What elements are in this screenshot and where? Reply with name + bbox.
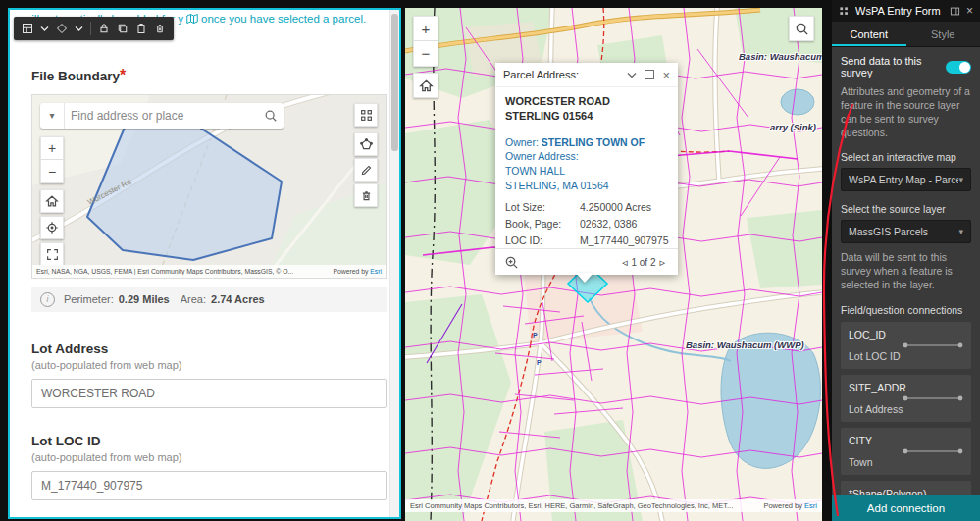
esri-link[interactable]: Esri: [804, 501, 817, 510]
widget-select-icon[interactable]: [22, 23, 33, 34]
trash-icon: [360, 189, 373, 202]
connector-icon: [902, 393, 964, 403]
chevron-down-icon[interactable]: [75, 25, 83, 32]
pagination-next-icon[interactable]: ▹: [655, 256, 669, 269]
file-boundary-question: File Boundary*: [31, 67, 387, 84]
owner-address-line2: STERLING, MA 01564: [505, 179, 668, 193]
collapse-chevron-icon[interactable]: [627, 72, 637, 78]
send-data-row: Send data to this survey: [841, 55, 971, 78]
settings-description: Attributes and geometry of a feature in …: [841, 85, 971, 139]
toolbar-divider: [90, 22, 91, 35]
style-diamond-icon[interactable]: [56, 23, 68, 34]
chevron-down-icon[interactable]: [40, 25, 49, 32]
connector-icon: [902, 340, 964, 350]
draw-polygon-button[interactable]: [354, 132, 378, 156]
area-label: Area:: [181, 293, 206, 305]
owner-address-label: Owner Address:: [505, 149, 668, 164]
connection-question: Lot Address: [849, 403, 903, 415]
question-label: File Boundary: [31, 69, 120, 83]
zoom-out-button[interactable]: −: [40, 160, 64, 183]
perimeter-label: Perimeter:: [64, 293, 114, 305]
minus-icon: −: [422, 45, 431, 62]
pagination-status: 1 of 2: [631, 257, 655, 268]
lock-icon[interactable]: [98, 23, 110, 34]
home-icon: [47, 196, 58, 206]
perimeter-value: 0.29 Miles: [119, 293, 170, 305]
tab-style[interactable]: Style: [906, 22, 980, 46]
map-label-basin-north: Basin: Waushacum (Fi: [739, 51, 822, 62]
scrollbar-thumb[interactable]: [391, 14, 398, 151]
close-panel-icon[interactable]: ×: [966, 4, 973, 18]
search-mode-chevron-icon[interactable]: ▾: [40, 103, 65, 129]
dock-popup-icon[interactable]: [645, 70, 654, 79]
connection-card[interactable]: CITY Town: [841, 428, 971, 475]
address-line2: STERLING 01564: [505, 109, 668, 124]
form-scrollbar[interactable]: [389, 10, 399, 517]
home-button[interactable]: [40, 189, 64, 213]
powered-by-text: Powered by: [763, 501, 802, 510]
settings-tabs: Content Style: [832, 22, 980, 47]
form-content: File Boundary* Worcester Rd ▾: [31, 43, 387, 500]
geometry-map-widget[interactable]: Worcester Rd ▾ + − Esri, NASA, NGA, USG: [31, 94, 387, 279]
connection-field: *Shape(Polygon): [849, 488, 963, 495]
esri-link[interactable]: Esri: [370, 268, 382, 275]
field-value: 4.250000 Acres: [580, 200, 651, 215]
address-line1: WORCESTER ROAD: [505, 94, 668, 109]
popup-pointer: [576, 273, 593, 283]
settings-panel-title: WsPA Entry Form: [855, 5, 944, 17]
send-data-toggle[interactable]: [946, 61, 971, 74]
connection-card[interactable]: LOC_ID Lot LOC ID: [841, 322, 971, 369]
tab-content[interactable]: Content: [832, 22, 906, 46]
geometry-measurements: i Perimeter: 0.29 Miles Area: 2.74 Acres: [31, 287, 387, 312]
extent-grid-icon: [360, 109, 373, 122]
polygon-draw-icon: [360, 138, 373, 151]
copy-icon[interactable]: [135, 23, 147, 34]
search-icon[interactable]: [258, 109, 284, 123]
add-connection-button[interactable]: Add connection: [832, 495, 980, 521]
duplicate-icon[interactable]: [117, 23, 129, 34]
lot-address-hint: (auto-populated from web map): [31, 359, 387, 371]
dock-panel-icon[interactable]: [950, 6, 960, 17]
area-value: 2.74 Acres: [211, 293, 265, 305]
pencil-icon: [360, 164, 373, 177]
send-data-label: Send data to this survey: [841, 55, 946, 78]
field-row: Book, Page:02632, 0386: [495, 216, 678, 233]
lot-loc-id-label: Lot LOC ID: [31, 434, 387, 448]
zoom-to-icon[interactable]: [504, 255, 519, 270]
attribution-text: Esri, NASA, NGA, USGS, FEMA | Esri Commu…: [36, 268, 333, 275]
map-zoom-out-button[interactable]: −: [413, 41, 438, 67]
owner-value[interactable]: STERLING TOWN OF: [542, 136, 645, 148]
lot-loc-id-input[interactable]: [31, 471, 387, 500]
delete-icon[interactable]: [154, 23, 166, 34]
map-home-button[interactable]: [413, 73, 438, 98]
map-zoom-in-button[interactable]: +: [413, 16, 438, 41]
popup-owner-block: Owner: STERLING TOWN OF Owner Address: T…: [495, 130, 678, 197]
connection-card[interactable]: SITE_ADDR Lot Address: [841, 375, 971, 422]
zoom-in-button[interactable]: +: [40, 136, 64, 160]
popup-title: Parcel Address:: [503, 69, 619, 80]
extent-button[interactable]: [354, 103, 378, 127]
info-icon: i: [40, 292, 55, 307]
popup-footer: ◃ 1 of 2 ▹: [495, 248, 678, 275]
delete-sketch-button[interactable]: [354, 183, 378, 207]
source-layer-select[interactable]: MassGIS Parcels ▾: [841, 220, 971, 243]
widget-settings-panel: WsPA Entry Form × Content Style Send dat…: [832, 0, 980, 521]
attribution-text: Esri Community Maps Contributors, Esri, …: [410, 501, 763, 510]
widget-toolbar: [14, 17, 174, 40]
fullscreen-button[interactable]: [40, 242, 64, 266]
locate-button[interactable]: [40, 216, 64, 239]
close-popup-icon[interactable]: ×: [662, 68, 670, 82]
address-search-input[interactable]: [65, 109, 258, 123]
pagination-prev-icon[interactable]: ◃: [618, 256, 632, 269]
map-search-button[interactable]: [789, 16, 814, 41]
connection-card[interactable]: *Shape(Polygon) File Boundary: [841, 481, 971, 495]
interactive-map-select[interactable]: WsPA Entry Map - Parcels ▾: [841, 168, 971, 191]
settings-header: WsPA Entry Form ×: [832, 0, 980, 22]
lot-address-input[interactable]: [31, 379, 387, 408]
edit-sketch-button[interactable]: [354, 158, 378, 182]
interactive-map-label: Select an interactive map: [841, 151, 971, 163]
settings-note: Data will be sent to this survey when a …: [841, 251, 971, 292]
owner-label: Owner:: [505, 136, 539, 148]
poi-marker-p2: P: [537, 359, 542, 366]
owner-address-line1: TOWN HALL: [505, 164, 668, 179]
